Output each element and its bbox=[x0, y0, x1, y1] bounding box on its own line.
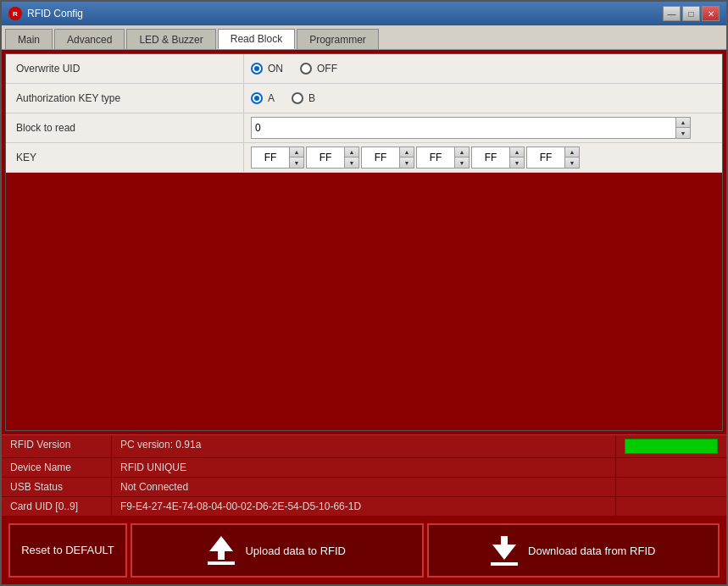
version-indicator bbox=[616, 435, 726, 457]
block-to-read-control: ▲ ▼ bbox=[243, 113, 722, 142]
usb-indicator bbox=[616, 478, 726, 496]
close-button[interactable]: ✕ bbox=[702, 6, 720, 21]
key-spin-5: ▲ ▼ bbox=[526, 146, 580, 169]
title-bar-left: R RFID Config bbox=[8, 7, 83, 20]
upload-button[interactable]: Upload data to RFID bbox=[131, 523, 424, 578]
auth-key-label: Authorization KEY type bbox=[6, 87, 243, 109]
version-label: RFID Version bbox=[2, 435, 112, 457]
overwrite-uid-off-group[interactable]: OFF bbox=[300, 63, 337, 75]
download-arrow-group bbox=[491, 536, 518, 566]
key-down-4[interactable]: ▼ bbox=[510, 158, 524, 168]
upload-base bbox=[208, 561, 235, 565]
title-bar: R RFID Config — □ ✕ bbox=[2, 2, 726, 25]
overwrite-uid-on-group[interactable]: ON bbox=[251, 63, 283, 75]
window-title: RFID Config bbox=[27, 8, 83, 19]
tab-read-block[interactable]: Read Block bbox=[218, 29, 295, 49]
key-spin-3: ▲ ▼ bbox=[416, 146, 470, 169]
key-input-1[interactable] bbox=[307, 150, 344, 165]
key-down-3[interactable]: ▼ bbox=[455, 158, 469, 168]
key-spin-4: ▲ ▼ bbox=[471, 146, 525, 169]
key-spin-buttons-0: ▲ ▼ bbox=[289, 147, 303, 168]
upload-label: Upload data to RFID bbox=[245, 545, 346, 557]
app-icon: R bbox=[8, 7, 22, 20]
download-label: Download data from RFID bbox=[528, 545, 655, 557]
main-window: R RFID Config — □ ✕ Main Advanced LED & … bbox=[0, 0, 728, 586]
block-to-read-spinner: ▲ ▼ bbox=[251, 117, 691, 139]
upload-arrow bbox=[209, 536, 233, 551]
key-up-4[interactable]: ▲ bbox=[510, 147, 524, 158]
auth-key-b-group[interactable]: B bbox=[292, 92, 315, 104]
key-spin-buttons-3: ▲ ▼ bbox=[454, 147, 469, 168]
overwrite-uid-off-radio[interactable] bbox=[300, 63, 312, 75]
block-to-read-down[interactable]: ▼ bbox=[676, 128, 690, 138]
title-controls: — □ ✕ bbox=[663, 6, 720, 21]
key-spin-1: ▲ ▼ bbox=[306, 146, 359, 169]
tab-led-buzzer[interactable]: LED & Buzzer bbox=[126, 29, 215, 49]
key-input-0[interactable] bbox=[252, 150, 289, 165]
overwrite-uid-on-radio[interactable] bbox=[251, 63, 263, 75]
reset-label: Reset to DEFAULT bbox=[21, 544, 114, 558]
device-label: Device Name bbox=[2, 458, 112, 477]
auth-key-row: Authorization KEY type A B bbox=[6, 84, 722, 113]
key-up-1[interactable]: ▲ bbox=[345, 147, 358, 158]
content-area: Overwrite UID ON OFF bbox=[2, 50, 726, 434]
key-spin-0: ▲ ▼ bbox=[251, 146, 304, 169]
overwrite-uid-off-label: OFF bbox=[317, 63, 337, 75]
overwrite-uid-on-label: ON bbox=[268, 63, 283, 75]
block-to-read-input[interactable] bbox=[252, 120, 675, 135]
block-to-read-up[interactable]: ▲ bbox=[676, 118, 690, 128]
key-down-5[interactable]: ▼ bbox=[565, 158, 579, 168]
usb-row: USB Status Not Connected bbox=[2, 478, 726, 497]
key-up-5[interactable]: ▲ bbox=[565, 147, 579, 158]
key-up-2[interactable]: ▲ bbox=[400, 147, 414, 158]
status-bar: RFID Version PC version: 0.91a Device Na… bbox=[2, 434, 726, 517]
download-icon bbox=[491, 536, 518, 566]
tab-main[interactable]: Main bbox=[5, 29, 53, 49]
bottom-buttons: Reset to DEFAULT Upload data to RFID Dow… bbox=[2, 517, 726, 584]
key-up-3[interactable]: ▲ bbox=[455, 147, 469, 158]
green-status-bar bbox=[625, 439, 718, 454]
key-down-0[interactable]: ▼ bbox=[290, 158, 303, 168]
maximize-button[interactable]: □ bbox=[682, 6, 700, 21]
form-section: Overwrite UID ON OFF bbox=[6, 54, 722, 173]
card-value: F9-E4-27-4E-74-08-04-00-02-D6-2E-54-D5-1… bbox=[112, 497, 616, 516]
key-control: ▲ ▼ ▲ ▼ bbox=[243, 143, 722, 172]
card-indicator bbox=[616, 497, 726, 516]
auth-key-a-label: A bbox=[268, 92, 275, 104]
auth-key-a-group[interactable]: A bbox=[251, 92, 275, 104]
key-down-2[interactable]: ▼ bbox=[400, 158, 414, 168]
block-to-read-label: Block to read bbox=[6, 117, 243, 139]
key-down-1[interactable]: ▼ bbox=[345, 158, 358, 168]
key-spin-buttons-1: ▲ ▼ bbox=[344, 147, 358, 168]
key-spin-buttons-2: ▲ ▼ bbox=[399, 147, 414, 168]
version-value: PC version: 0.91a bbox=[112, 435, 616, 457]
upload-stem bbox=[218, 551, 225, 560]
key-spin-2: ▲ ▼ bbox=[361, 146, 414, 169]
key-up-0[interactable]: ▲ bbox=[290, 147, 303, 158]
auth-key-b-label: B bbox=[308, 92, 315, 104]
key-input-2[interactable] bbox=[362, 150, 399, 165]
device-value: RFID UNIQUE bbox=[112, 458, 616, 477]
overwrite-uid-control: ON OFF bbox=[243, 54, 722, 83]
download-button[interactable]: Download data from RFID bbox=[427, 523, 720, 578]
device-row: Device Name RFID UNIQUE bbox=[2, 458, 726, 478]
key-input-4[interactable] bbox=[472, 150, 509, 165]
tab-programmer[interactable]: Programmer bbox=[297, 29, 379, 49]
key-input-3[interactable] bbox=[417, 150, 454, 165]
key-label: KEY bbox=[6, 146, 243, 169]
overwrite-uid-label: Overwrite UID bbox=[6, 58, 243, 80]
usb-value: Not Connected bbox=[112, 478, 616, 496]
reset-button[interactable]: Reset to DEFAULT bbox=[8, 523, 127, 578]
usb-label: USB Status bbox=[2, 478, 112, 496]
key-input-5[interactable] bbox=[527, 150, 564, 165]
card-label: Card UID [0..9] bbox=[2, 497, 112, 516]
auth-key-b-radio[interactable] bbox=[292, 92, 303, 104]
key-spin-buttons-4: ▲ ▼ bbox=[509, 147, 524, 168]
device-indicator bbox=[616, 458, 726, 477]
tab-advanced[interactable]: Advanced bbox=[54, 29, 125, 49]
download-base-line bbox=[491, 562, 518, 566]
panel: Overwrite UID ON OFF bbox=[5, 53, 723, 431]
auth-key-a-radio[interactable] bbox=[251, 92, 263, 104]
minimize-button[interactable]: — bbox=[663, 6, 681, 21]
key-row: KEY ▲ ▼ bbox=[6, 143, 722, 173]
